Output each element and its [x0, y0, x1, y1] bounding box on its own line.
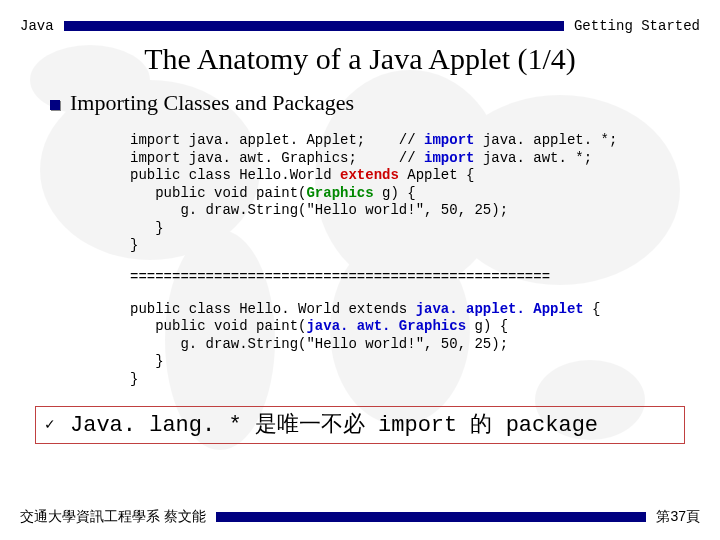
check-icon: ✓	[44, 416, 56, 432]
bullet-icon	[50, 100, 60, 110]
code-block-1: import java. applet. Applet; // import j…	[130, 132, 670, 255]
note-text: Java. lang. * 是唯一不必 import 的 package	[70, 409, 598, 439]
page-title: The Anatomy of a Java Applet (1/4)	[0, 42, 720, 76]
note-box: ✓ Java. lang. * 是唯一不必 import 的 package	[35, 406, 685, 444]
header-left: Java	[20, 18, 54, 34]
footer-bar	[216, 512, 647, 522]
header-bar	[64, 21, 564, 31]
footer-page: 第37頁	[656, 508, 700, 526]
section-heading: Importing Classes and Packages	[70, 90, 354, 116]
divider: ========================================…	[130, 269, 670, 285]
header-right: Getting Started	[574, 18, 700, 34]
footer-left: 交通大學資訊工程學系 蔡文能	[20, 508, 206, 526]
code-block-2: public class Hello. World extends java. …	[130, 301, 670, 389]
